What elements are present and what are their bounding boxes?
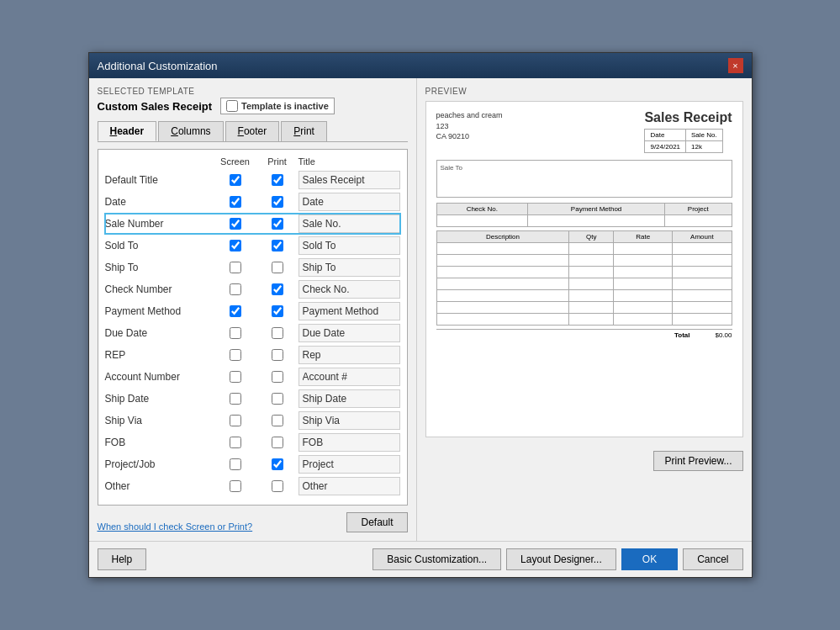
row-screen-checkbox-4[interactable] <box>214 262 256 273</box>
row-print-checkbox-8[interactable] <box>256 349 298 361</box>
row-title-input-12[interactable] <box>298 433 400 452</box>
row-label-3: Sold To <box>105 240 214 251</box>
row-print-checkbox-10[interactable] <box>256 393 298 405</box>
row-title-input-1[interactable] <box>298 193 400 211</box>
tab-print[interactable]: Print <box>281 121 327 141</box>
template-inactive-checkbox[interactable] <box>226 100 238 112</box>
row-screen-checkbox-1[interactable] <box>214 196 256 208</box>
footer-right-buttons: Basic Customization... Layout Designer..… <box>372 548 742 570</box>
row-screen-checkbox-14[interactable] <box>214 480 256 492</box>
row-print-checkbox-13[interactable] <box>256 458 298 470</box>
tab-header[interactable]: Header <box>98 121 157 141</box>
row-title-input-9[interactable] <box>298 368 400 386</box>
row-title-input-3[interactable] <box>298 236 400 255</box>
tab-columns[interactable]: Columns <box>158 121 223 141</box>
row-screen-checkbox-9[interactable] <box>214 371 256 383</box>
detail-row5-rate <box>614 290 673 302</box>
detail-row1-amount <box>673 243 732 255</box>
row-title-input-2[interactable] <box>298 214 400 233</box>
layout-designer-button[interactable]: Layout Designer... <box>506 548 616 570</box>
screen-print-help-link[interactable]: When should I check Screen or Print? <box>98 521 253 532</box>
selected-template-label: SELECTED TEMPLATE <box>98 87 408 96</box>
col-title-header: Title <box>298 156 400 167</box>
row-label-0: Default Title <box>105 174 214 186</box>
row-screen-checkbox-6[interactable] <box>214 305 256 317</box>
row-due-date: Due Date <box>105 323 400 343</box>
row-print-checkbox-9[interactable] <box>256 371 298 383</box>
row-print-checkbox-14[interactable] <box>256 480 298 492</box>
row-title-input-8[interactable] <box>298 346 400 364</box>
row-title-input-4[interactable] <box>298 258 400 277</box>
cancel-button[interactable]: Cancel <box>683 548 742 570</box>
row-screen-checkbox-5[interactable] <box>214 283 256 295</box>
detail-row3-amount <box>673 267 732 278</box>
preview-company: peaches and cream 123 CA 90210 <box>436 110 503 142</box>
row-title-input-10[interactable] <box>298 389 400 408</box>
row-print-checkbox-3[interactable] <box>256 240 298 251</box>
close-button[interactable]: × <box>728 58 743 73</box>
row-label-4: Ship To <box>105 262 214 273</box>
row-account-number: Account Number <box>105 367 400 387</box>
preview-sold-to: Sale To <box>436 160 732 198</box>
total-value: $0.00 <box>715 331 732 339</box>
dialog-title: Additional Customization <box>98 60 218 72</box>
meta-header-date: Date <box>645 130 686 141</box>
template-name: Custom Sales Receipt <box>98 100 213 113</box>
row-title-input-14[interactable] <box>298 477 400 495</box>
row-print-checkbox-0[interactable] <box>256 174 298 186</box>
row-screen-checkbox-2[interactable] <box>214 218 256 230</box>
row-sale-number: Sale Number <box>105 214 400 234</box>
ok-button[interactable]: OK <box>621 548 678 570</box>
row-screen-checkbox-11[interactable] <box>214 415 256 426</box>
preview-meta-table: Date Sale No. 9/24/2021 12k <box>644 129 722 153</box>
info-header-project: Project <box>665 204 732 215</box>
row-print-checkbox-12[interactable] <box>256 437 298 448</box>
row-title-input-13[interactable] <box>298 455 400 474</box>
template-inactive-label[interactable]: Template is inactive <box>220 98 335 114</box>
info-val-project <box>665 215 732 227</box>
row-screen-checkbox-3[interactable] <box>214 240 256 251</box>
tab-footer[interactable]: Footer <box>225 121 280 141</box>
dialog-body: SELECTED TEMPLATE Custom Sales Receipt T… <box>89 78 752 541</box>
row-sold-to: Sold To <box>105 236 400 256</box>
row-screen-checkbox-8[interactable] <box>214 349 256 361</box>
meta-value-saleno: 12k <box>686 141 723 153</box>
row-label-1: Date <box>105 196 214 208</box>
row-label-14: Other <box>105 480 214 492</box>
row-title-input-7[interactable] <box>298 324 400 342</box>
row-print-checkbox-4[interactable] <box>256 262 298 273</box>
row-screen-checkbox-13[interactable] <box>214 458 256 470</box>
row-payment-method: Payment Method <box>105 301 400 321</box>
total-label: Total <box>674 331 690 339</box>
row-title-input-6[interactable] <box>298 302 400 320</box>
row-screen-checkbox-7[interactable] <box>214 327 256 339</box>
detail-row1-qty <box>569 243 614 255</box>
info-val-checkno <box>436 215 528 227</box>
detail-row6-desc <box>436 302 569 314</box>
row-title-input-11[interactable] <box>298 411 400 430</box>
row-print-checkbox-5[interactable] <box>256 283 298 295</box>
detail-header-rate: Rate <box>614 231 673 243</box>
row-print-checkbox-1[interactable] <box>256 196 298 208</box>
row-screen-checkbox-0[interactable] <box>214 174 256 186</box>
row-title-input-5[interactable] <box>298 280 400 299</box>
help-button[interactable]: Help <box>98 548 147 570</box>
print-preview-button[interactable]: Print Preview... <box>653 451 742 471</box>
col-screen-header: Screen <box>214 156 256 167</box>
row-print-checkbox-2[interactable] <box>256 218 298 230</box>
detail-row1-rate <box>614 243 673 255</box>
row-title-input-0[interactable] <box>298 171 400 189</box>
row-label-2: Sale Number <box>105 218 214 230</box>
title-bar: Additional Customization × <box>89 53 752 78</box>
row-screen-checkbox-10[interactable] <box>214 393 256 405</box>
row-print-checkbox-7[interactable] <box>256 327 298 339</box>
row-print-checkbox-6[interactable] <box>256 305 298 317</box>
detail-row7-qty <box>569 314 614 326</box>
default-button[interactable]: Default <box>346 512 407 532</box>
row-print-checkbox-11[interactable] <box>256 415 298 426</box>
detail-row2-amount <box>673 255 732 267</box>
basic-customization-button[interactable]: Basic Customization... <box>372 548 501 570</box>
row-screen-checkbox-12[interactable] <box>214 437 256 448</box>
preview-info-table: Check No. Payment Method Project <box>436 203 732 227</box>
row-rep: REP <box>105 345 400 365</box>
